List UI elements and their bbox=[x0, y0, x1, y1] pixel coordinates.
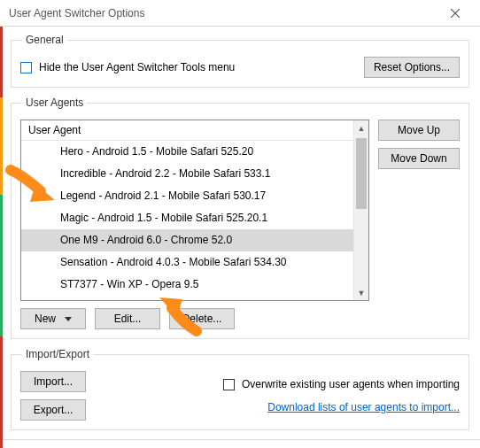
user-agent-column-header[interactable]: User Agent bbox=[21, 120, 368, 141]
scroll-thumb[interactable] bbox=[356, 138, 367, 209]
close-button[interactable] bbox=[437, 1, 473, 26]
hide-menu-label: Hide the User Agent Switcher Tools menu bbox=[39, 61, 235, 73]
scroll-up-icon[interactable]: ▲ bbox=[354, 120, 368, 135]
window-title: User Agent Switcher Options bbox=[9, 7, 437, 19]
user-agents-group: User Agents User Agent Hero - Android 1.… bbox=[11, 97, 469, 339]
import-export-legend: Import/Export bbox=[22, 348, 93, 360]
overwrite-label: Overwrite existing user agents when impo… bbox=[242, 378, 460, 390]
overwrite-checkbox[interactable]: Overwrite existing user agents when impo… bbox=[223, 378, 460, 390]
move-down-button[interactable]: Move Down bbox=[378, 148, 460, 169]
close-icon bbox=[451, 9, 460, 18]
list-item[interactable]: One M9 - Android 6.0 - Chrome 52.0 bbox=[21, 229, 368, 251]
list-item[interactable]: Incredible - Android 2.2 - Mobile Safari… bbox=[21, 163, 368, 185]
move-up-button[interactable]: Move Up bbox=[378, 120, 460, 141]
import-button[interactable]: Import... bbox=[20, 371, 86, 392]
new-button[interactable]: New bbox=[20, 308, 86, 329]
download-lists-link[interactable]: Download lists of user agents to import.… bbox=[267, 401, 460, 413]
list-item[interactable]: Sensation - Android 4.0.3 - Mobile Safar… bbox=[21, 251, 368, 274]
list-item[interactable]: Tattoo - Android 1.6 - Mobile Safari 525… bbox=[21, 296, 368, 300]
chevron-down-icon bbox=[65, 317, 72, 321]
titlebar: User Agent Switcher Options bbox=[0, 0, 480, 27]
list-item[interactable]: Hero - Android 1.5 - Mobile Safari 525.2… bbox=[21, 141, 368, 163]
scrollbar[interactable]: ▲ ▼ bbox=[353, 120, 368, 300]
user-agent-list[interactable]: User Agent Hero - Android 1.5 - Mobile S… bbox=[20, 120, 369, 301]
edit-button[interactable]: Edit... bbox=[95, 308, 160, 329]
hide-menu-checkbox[interactable]: Hide the User Agent Switcher Tools menu bbox=[20, 61, 235, 73]
left-edge-decoration bbox=[0, 27, 3, 448]
reset-options-button[interactable]: Reset Options... bbox=[364, 57, 460, 78]
import-export-group: Import/Export Import... Export... Overwr… bbox=[11, 348, 469, 430]
checkbox-icon bbox=[223, 379, 235, 390]
dialog-footer: OK Cancel bbox=[0, 439, 480, 448]
scroll-down-icon[interactable]: ▼ bbox=[354, 285, 368, 300]
list-item[interactable]: Legend - Android 2.1 - Mobile Safari 530… bbox=[21, 185, 368, 207]
user-agents-legend: User Agents bbox=[22, 97, 87, 109]
checkbox-icon bbox=[20, 62, 32, 73]
list-item[interactable]: ST7377 - Win XP - Opera 9.5 bbox=[21, 274, 368, 296]
list-item[interactable]: Magic - Android 1.5 - Mobile Safari 525.… bbox=[21, 207, 368, 229]
new-button-label: New bbox=[35, 313, 56, 325]
general-legend: General bbox=[22, 34, 67, 46]
export-button[interactable]: Export... bbox=[20, 399, 86, 421]
general-group: General Hide the User Agent Switcher Too… bbox=[11, 34, 469, 88]
delete-button[interactable]: Delete... bbox=[169, 308, 235, 329]
